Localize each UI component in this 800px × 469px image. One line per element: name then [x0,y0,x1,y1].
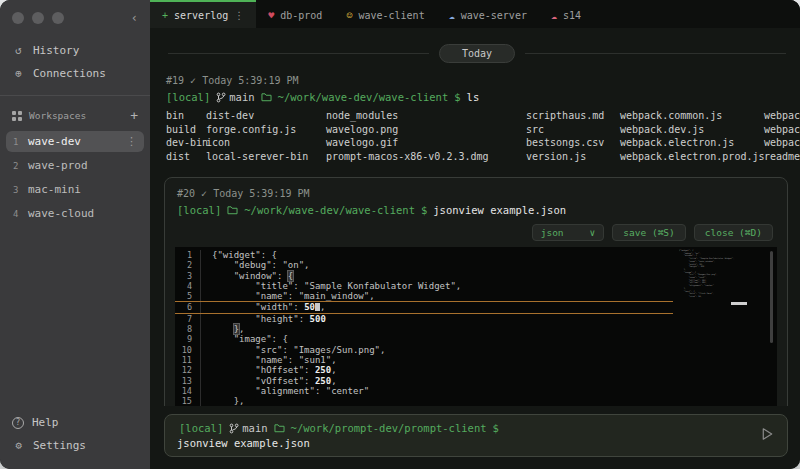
file-name: src [526,123,620,137]
session-scroll-area[interactable]: Today #19 ✓ Today 5:39:19 PM [local] [150,28,800,406]
tab-label: wave-client [358,10,424,21]
gear-icon: ⚙ [12,439,25,452]
workspace-item[interactable]: 4 wave-cloud [6,203,144,224]
prompt-line: [local] main ~/work/wave-dev/wave-client… [166,91,788,103]
workspaces-label: Workspaces [29,110,86,121]
help-label: Help [32,416,59,429]
block-meta: #19 ✓ Today 5:39:19 PM [166,75,788,86]
chevron-down-icon: ∨ [590,227,596,238]
nav-label: History [33,44,79,57]
file-name: icon [206,136,326,150]
file-name: wavelogo.gif [326,136,526,150]
mode-select[interactable]: json ∨ [532,224,605,241]
tab-icon: + [162,10,168,21]
date-pill: Today [439,44,515,63]
folder-icon [274,423,285,433]
folder-icon [261,92,272,102]
minimize-window-button[interactable] [32,12,44,24]
workspace-name: wave-cloud [28,207,94,220]
workspace-item[interactable]: 1 wave-dev ⋮ [6,131,144,152]
editor-scrollbar[interactable] [770,251,773,343]
command-input[interactable]: jsonview example.json [177,437,775,449]
file-name: node_modules [326,109,526,123]
settings-label: Settings [33,439,86,452]
tab-icon: ☁ [449,10,455,21]
file-name: webpack.common.js [620,109,764,123]
sidebar-footer: ? Help ⚙ Settings [0,411,150,469]
tab-label: s14 [563,10,581,21]
file-name: webpack.electron.js [620,136,764,150]
nav-icon: ↺ [12,44,25,57]
tab-bar: + serverlog ⋮ ♥ db-prod ☺ wave-client ☁ … [150,0,800,28]
workspace-number: 1 [13,137,20,147]
command-block-20[interactable]: #20 ✓ Today 5:39:19 PM [local] ~/work/wa… [164,177,788,406]
git-branch-icon [216,92,226,103]
zoom-window-button[interactable] [52,12,64,24]
terminal-tab[interactable]: + serverlog ⋮ [150,0,256,28]
file-name: build [166,123,206,137]
ls-output: bindist-devnode_modulesscripthaus.mdwebp… [166,109,788,163]
file-name: webpack.dev.js [620,123,764,137]
file-name: version.js [526,150,620,164]
help-icon: ? [12,417,24,429]
workspace-item[interactable]: 2 wave-prod [6,155,144,176]
workspace-list: 1 wave-dev ⋮ 2 wave-prod 3 mac-mini 4 wa… [0,131,150,227]
file-name: local-serever-bin [206,150,326,164]
window-controls: ‹ [0,0,150,25]
terminal-tab[interactable]: ☺ wave-client [334,0,436,28]
check-icon: ✓ [190,75,196,86]
git-branch-icon [229,423,239,434]
workspace-number: 2 [13,161,20,171]
command-input-bar[interactable]: [local] main ~/work/prompt-dev/prompt-cl… [164,414,788,457]
file-name: readme.md [764,150,800,164]
tab-menu-icon[interactable]: ⋮ [234,10,244,21]
tab-icon: ☁ [551,10,557,21]
workspace-item[interactable]: 3 mac-mini [6,179,144,200]
save-button[interactable]: save (⌘S) [612,224,685,241]
sidebar-item-settings[interactable]: ⚙ Settings [0,434,150,457]
jsonview-controls: json ∨ save (⌘S) close (⌘D) [175,222,777,247]
workspace-menu-icon[interactable]: ⋮ [126,135,137,148]
nav-icon: ⊕ [12,67,25,80]
close-window-button[interactable] [12,12,24,24]
file-name: forge.config.js [206,123,326,137]
file-name: webpack.electron.prod.js [620,150,764,164]
sidebar-nav-item[interactable]: ⊕ Connections [0,62,150,85]
sidebar: ‹ ↺ History ⊕ Connections Workspaces + 1… [0,0,150,469]
send-icon[interactable] [760,426,775,445]
date-divider: Today [168,44,786,63]
tab-icon: ☺ [346,10,352,21]
add-workspace-button[interactable]: + [130,108,138,123]
minimap-cursor [731,302,747,305]
sidebar-nav-item[interactable]: ↺ History [0,39,150,62]
file-name: dist-dev [206,109,326,123]
minimap[interactable]: {"widget": { "debug": "on", "window": { … [679,249,751,399]
git-branch: main [216,91,254,103]
file-name: webpack.share.dev.js [764,123,800,137]
workspace-number: 3 [13,185,20,195]
workspaces-header: Workspaces + [0,104,150,127]
file-name: scripthaus.md [526,109,620,123]
sidebar-item-help[interactable]: ? Help [0,411,150,434]
json-editor[interactable]: 1{"widget": {2 "debug": "on",3 "window":… [175,247,777,406]
workspaces-grid-icon [12,111,22,121]
file-name: dist [166,150,206,164]
file-name: wavelogo.png [326,123,526,137]
check-icon: ✓ [201,188,207,199]
input-prompt-line: [local] main ~/work/prompt-dev/prompt-cl… [179,422,773,434]
collapse-sidebar-icon[interactable]: ‹ [131,11,138,25]
workspace-name: wave-dev [28,135,81,148]
file-name: bestsongs.csv [526,136,620,150]
workspace-number: 4 [13,209,20,219]
terminal-tab[interactable]: ♥ db-prod [256,0,334,28]
command-block-19: #19 ✓ Today 5:39:19 PM [local] main [164,75,790,163]
terminal-tab[interactable]: ☁ wave-server [437,0,539,28]
terminal-tab[interactable]: ☁ s14 [539,0,593,28]
tab-label: wave-server [461,10,527,21]
file-name: webpack.share.js [764,136,800,150]
sidebar-nav: ↺ History ⊕ Connections [0,39,150,85]
folder-icon [227,205,238,215]
close-button[interactable]: close (⌘D) [694,224,773,241]
workspace-name: mac-mini [28,183,81,196]
file-name: dev-bin [166,136,206,150]
